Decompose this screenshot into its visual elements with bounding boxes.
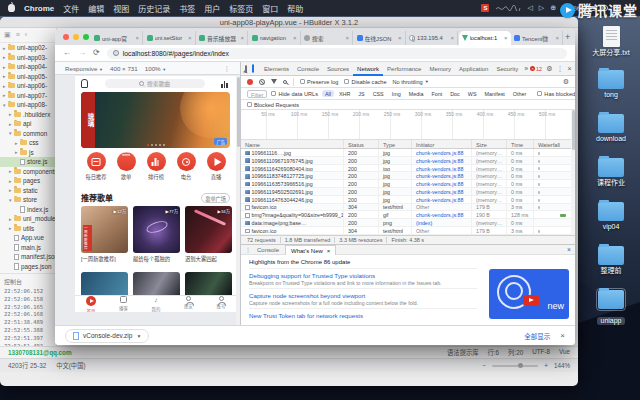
desktop-icon-vip04[interactable]: vip04 xyxy=(586,202,636,231)
clear-icon[interactable] xyxy=(259,79,265,85)
browser-tab-1[interactable]: uni-app官× xyxy=(91,31,143,45)
table-row[interactable]: 109661194502502691.jpg200jpgchunk-vendor… xyxy=(241,188,575,196)
close-window-button[interactable] xyxy=(63,34,69,40)
tab-close-icon[interactable]: × xyxy=(345,35,349,41)
playlist-square-link[interactable]: 歌单广场 xyxy=(201,193,230,203)
tab-close-icon[interactable]: × xyxy=(188,35,192,41)
whatsnew-video-thumbnail[interactable]: new xyxy=(489,269,569,319)
zoom-out-icon[interactable]: − xyxy=(483,362,487,369)
tree-item-App.vue[interactable]: App.vue xyxy=(0,233,56,243)
tree-item-js[interactable]: ▸js xyxy=(0,148,56,158)
app-tab-账号[interactable]: 账号 xyxy=(206,296,236,309)
playlist-cover[interactable] xyxy=(81,272,128,295)
tab-close-icon[interactable]: × xyxy=(240,35,244,41)
devtools-close-icon[interactable]: × xyxy=(567,65,571,72)
disable-cache-checkbox[interactable]: Disable cache xyxy=(344,79,386,85)
app-tab-首页[interactable]: 首页 xyxy=(76,296,106,312)
maximize-window-button[interactable] xyxy=(83,34,89,40)
browser-tab-7[interactable]: 133.195.4× xyxy=(406,31,458,45)
filter-doc[interactable]: Doc xyxy=(447,90,463,97)
table-row[interactable]: 109661109671976745.jpg200jpgchunk-vendor… xyxy=(241,157,575,165)
column-header-size[interactable]: Size xyxy=(472,140,507,148)
drawer-tab-whatsnew[interactable]: What's New× xyxy=(285,245,336,255)
tree-item-store.js[interactable]: store.js xyxy=(0,157,56,167)
tree-item-uni-app05-[interactable]: ▸uni-app05- xyxy=(0,72,56,82)
table-row[interactable]: 109661164269080404.jpg200jpgchunk-vendor… xyxy=(241,165,575,173)
close-whatsnew-icon[interactable]: × xyxy=(327,246,331,255)
menu-item-历史记录[interactable]: 历史记录 xyxy=(138,3,170,14)
preserve-log-checkbox[interactable]: Preserve log xyxy=(300,79,338,85)
desktop-icon-整理前[interactable]: 整理前 xyxy=(586,246,636,275)
record-icon[interactable] xyxy=(247,79,253,85)
request-initiator[interactable]: chunk-vendors.js:88 xyxy=(412,157,472,164)
whatsnew-item[interactable]: Debugging support for Trusted Type viola… xyxy=(249,268,477,288)
request-initiator[interactable]: chunk-vendors.js:88 xyxy=(412,196,472,203)
tab-close-icon[interactable]: × xyxy=(450,35,454,41)
drawer-close-icon[interactable]: × xyxy=(567,246,571,253)
filter-media[interactable]: Media xyxy=(406,90,427,97)
browser-tab-6[interactable]: 在线JSON× xyxy=(354,31,406,45)
input-method-icon[interactable]: S xyxy=(481,4,489,12)
column-header-status[interactable]: Status xyxy=(344,140,379,148)
whatsnew-item-title[interactable]: Debugging support for Trusted Type viola… xyxy=(249,272,477,279)
new-tab-button[interactable]: + xyxy=(565,32,570,42)
desktop-icon-download[interactable]: download xyxy=(586,114,636,143)
filter-xhr[interactable]: XHR xyxy=(336,90,353,97)
tree-item-uni-app07-[interactable]: ▸uni-app07- xyxy=(0,91,56,101)
address-bar[interactable]: i localhost:8080/#/pages/index/index xyxy=(107,48,567,59)
tree-item-pages[interactable]: ▸pages xyxy=(0,176,56,186)
tree-item-uni-app03-[interactable]: ▸uni-app03- xyxy=(0,53,56,63)
menu-item-视图[interactable]: 视图 xyxy=(113,3,129,14)
menu-item-编辑[interactable]: 编辑 xyxy=(88,3,104,14)
site-info-icon[interactable]: i xyxy=(113,50,119,56)
media-play-icon[interactable]: ▷ xyxy=(539,4,544,12)
tree-item-pages.json[interactable]: pages.json xyxy=(0,262,56,272)
desktop-icon-tong[interactable]: tong xyxy=(586,70,636,99)
banner-carousel[interactable]: 琉璃 广告 xyxy=(81,92,230,148)
minimize-window-button[interactable] xyxy=(73,34,79,40)
table-row[interactable]: 109661116….jpg200jpgchunk-vendors.js:88(… xyxy=(241,149,575,157)
devtools-tab-security[interactable]: Security xyxy=(492,62,522,76)
has-blocked-cookies-checkbox[interactable]: Has blocked cookies xyxy=(537,91,575,97)
device-zoom-select[interactable]: 100% ▼ xyxy=(145,65,167,72)
menu-item-帮助[interactable]: 帮助 xyxy=(287,3,303,14)
desktop-icon-课程作业[interactable]: 课程作业 xyxy=(586,158,636,187)
tree-item-index.js[interactable]: index.js xyxy=(0,205,56,215)
reload-button[interactable]: ⟳ xyxy=(93,49,100,57)
table-row[interactable]: 109661164763044246.jpg200jpgchunk-vendor… xyxy=(241,196,575,204)
devtools-tab-sources[interactable]: Sources xyxy=(323,62,353,76)
table-row[interactable]: bmg?image&quality=90&size=b9999_10000…20… xyxy=(241,211,575,219)
chrome-window[interactable]: uni-app官×uni.setStor×音乐播放器×navigation×搜索… xyxy=(55,28,575,345)
app-tab-播客[interactable]: 播客 xyxy=(109,296,139,311)
tree-item-store[interactable]: ▾store xyxy=(0,195,56,205)
request-initiator[interactable]: chunk-vendors.js:88 xyxy=(412,188,472,195)
browser-tab-3[interactable]: 音乐播放器× xyxy=(196,31,248,45)
network-search-icon[interactable] xyxy=(283,80,287,84)
hide-data-urls-checkbox[interactable]: Hide data URLs xyxy=(271,91,318,97)
zoom-in-icon[interactable]: + xyxy=(544,362,548,369)
desktop-icon-大屏分享.txt[interactable]: 大屏分享.txt xyxy=(586,26,636,57)
show-all-downloads-link[interactable]: 全部显示 xyxy=(524,331,550,341)
drawer-menu-icon[interactable]: ⋮ xyxy=(245,246,251,253)
filter-other[interactable]: Other xyxy=(510,90,529,97)
filter-input[interactable]: Filter xyxy=(247,90,267,98)
menu-item-用户[interactable]: 用户 xyxy=(204,3,220,14)
tree-item-uni-app06-[interactable]: ▸uni-app06- xyxy=(0,81,56,91)
tab-close-icon[interactable]: × xyxy=(398,35,402,41)
zoom-slider[interactable] xyxy=(492,365,538,367)
column-header-initiator[interactable]: Initiator xyxy=(412,140,472,148)
playlist-cover[interactable]: ▶77万 xyxy=(133,206,180,253)
throttling-select[interactable]: No throttling ▼ xyxy=(393,79,429,85)
table-row[interactable]: 109661163573966516.jpg200jpgchunk-vendor… xyxy=(241,180,575,188)
mic-icon[interactable] xyxy=(81,79,88,88)
whatsnew-item-title[interactable]: Capture node screenshot beyond viewport xyxy=(249,292,477,299)
devtools-tab-memory[interactable]: Memory xyxy=(425,62,455,76)
tree-item-css[interactable]: ▸css xyxy=(0,138,56,148)
refresh-icon[interactable]: ≡ xyxy=(16,31,20,39)
whatsnew-item[interactable]: New Trust Token tab for network requests xyxy=(249,308,477,321)
blocked-requests-checkbox[interactable]: Blocked Requests xyxy=(247,102,299,108)
column-header-waterfall[interactable]: Waterfall xyxy=(534,140,575,148)
tree-item-components[interactable]: ▸components xyxy=(0,167,56,177)
tab-close-icon[interactable]: × xyxy=(555,35,559,41)
airplay-icon[interactable]: ⊕ xyxy=(550,4,556,12)
